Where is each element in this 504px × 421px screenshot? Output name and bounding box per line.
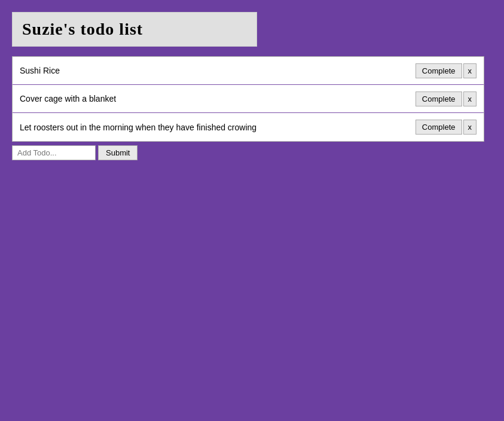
todo-actions: Complete x	[416, 63, 476, 78]
complete-button[interactable]: Complete	[416, 120, 462, 135]
page-title: Suzie's todo list	[22, 20, 247, 39]
delete-button[interactable]: x	[463, 120, 477, 135]
table-row: Let roosters out in the morning when the…	[13, 113, 484, 141]
todo-list: Sushi Rice Complete x Cover cage with a …	[12, 56, 484, 142]
todo-text: Let roosters out in the morning when the…	[20, 123, 416, 132]
table-row: Cover cage with a blanket Complete x	[13, 85, 484, 113]
delete-button[interactable]: x	[463, 91, 477, 106]
add-todo-form: Submit	[12, 145, 492, 160]
todo-actions: Complete x	[416, 120, 476, 135]
title-box: Suzie's todo list	[12, 12, 257, 47]
table-row: Sushi Rice Complete x	[13, 57, 484, 85]
todo-actions: Complete x	[416, 91, 476, 106]
add-todo-input[interactable]	[12, 145, 96, 160]
todo-text: Cover cage with a blanket	[20, 94, 416, 103]
complete-button[interactable]: Complete	[416, 91, 462, 106]
complete-button[interactable]: Complete	[416, 63, 462, 78]
app-container: Suzie's todo list Sushi Rice Complete x …	[0, 0, 504, 172]
todo-text: Sushi Rice	[20, 66, 416, 75]
submit-button[interactable]: Submit	[98, 145, 138, 160]
delete-button[interactable]: x	[463, 63, 477, 78]
